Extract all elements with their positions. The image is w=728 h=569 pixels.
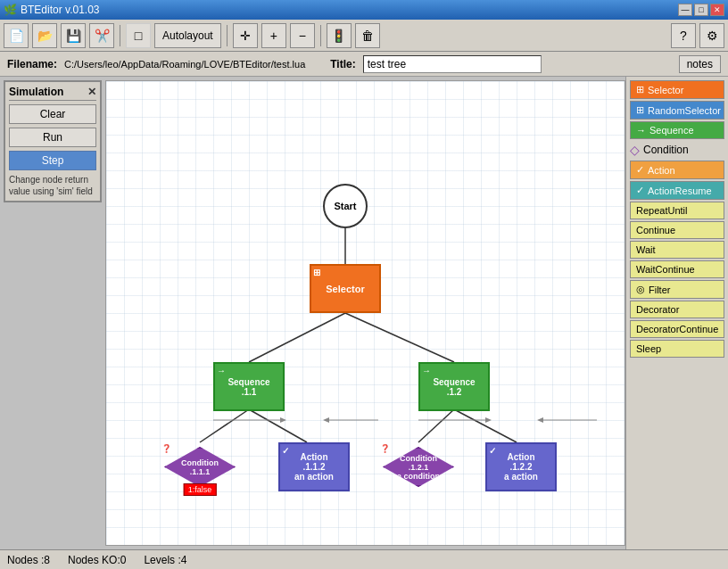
cut-button[interactable]: ✂️ xyxy=(89,23,114,48)
close-button[interactable]: ✕ xyxy=(710,4,724,16)
help-button[interactable]: ? xyxy=(671,23,696,48)
rp-action-icon: ✓ xyxy=(636,164,644,176)
move-button[interactable]: ✛ xyxy=(233,23,258,48)
clear-button[interactable]: Clear xyxy=(9,104,96,124)
rp-condition-icon: ◇ xyxy=(630,143,640,157)
rp-repeat-until[interactable]: RepeatUntil xyxy=(630,202,724,219)
settings-button[interactable]: ⚙ xyxy=(699,23,724,48)
rp-decoratorcontinue-label: DecoratorContinue xyxy=(636,324,718,334)
maximize-button[interactable]: □ xyxy=(694,4,708,16)
action-1-1-2-node[interactable]: ✓ Action .1.1.2 an action xyxy=(278,442,350,491)
rp-actionresume-icon: ✓ xyxy=(636,185,644,196)
rp-selector-label: Selector xyxy=(648,85,683,95)
action-1-2-2-node[interactable]: ✓ Action .1.2.2 a action xyxy=(485,442,557,491)
rp-rselector-label: RandomSelector xyxy=(648,105,721,116)
simulation-title: Simulation xyxy=(9,86,63,98)
rp-decorator-continue[interactable]: DecoratorContinue xyxy=(630,320,724,338)
save-button[interactable]: 💾 xyxy=(61,23,86,48)
action1-icon: ✓ xyxy=(282,446,289,456)
autolayout-button[interactable]: Autolayout xyxy=(154,23,221,48)
autolayout-checkbox[interactable]: □ xyxy=(126,23,151,48)
rp-sleep-label: Sleep xyxy=(636,343,661,354)
condition-1-2-1-diamond: Condition.1.2.1a condition xyxy=(383,447,454,487)
rp-random-selector[interactable]: ⊞ RandomSelector xyxy=(630,101,724,120)
title-label: Title: xyxy=(330,58,355,70)
run-button[interactable]: Run xyxy=(9,128,96,147)
svg-marker-10 xyxy=(323,417,329,423)
selector-node[interactable]: ⊞ Selector xyxy=(310,264,381,313)
titlebar-controls: — □ ✕ xyxy=(678,4,724,16)
nodes-ko-count: Nodes KO:0 xyxy=(68,554,126,566)
filebar: Filename: C:/Users/leo/AppData/Roaming/L… xyxy=(0,52,728,77)
nodes-count: Nodes :8 xyxy=(7,554,50,566)
notes-button[interactable]: notes xyxy=(679,55,721,73)
svg-line-4 xyxy=(249,409,307,442)
canvas-area[interactable]: Start ⊞ Selector → Sequence .1.1 → Seque… xyxy=(105,80,625,546)
right-panel: ⊞ Selector ⊞ RandomSelector → Sequence ◇… xyxy=(625,77,728,549)
start-node[interactable]: Start xyxy=(323,184,368,228)
rp-condition[interactable]: ◇ Condition xyxy=(630,141,724,159)
rp-sleep[interactable]: Sleep xyxy=(630,340,724,358)
condition-1-1-1-value: 1:false xyxy=(184,483,217,496)
rp-wait[interactable]: Wait xyxy=(630,241,724,259)
toolbar-sep-3 xyxy=(320,25,321,46)
rp-sequence-label: Sequence xyxy=(649,125,694,136)
rp-wait-label: Wait xyxy=(636,244,656,255)
step-button[interactable]: Step xyxy=(9,151,96,170)
rp-filter-icon: ◎ xyxy=(636,284,645,295)
titlebar-left: 🌿 BTEditor v.01.03 xyxy=(4,4,100,16)
rp-selector[interactable]: ⊞ Selector xyxy=(630,80,724,99)
rp-decorator-label: Decorator xyxy=(636,304,679,315)
autolayout-label: Autolayout xyxy=(162,29,213,42)
rp-continue-label: Continue xyxy=(636,225,675,235)
open-button[interactable]: 📂 xyxy=(32,23,57,48)
simulation-panel: Simulation ✕ Clear Run Step Change node … xyxy=(4,80,102,202)
title-input[interactable] xyxy=(363,55,542,73)
simulation-header: Simulation ✕ xyxy=(9,86,96,101)
svg-line-5 xyxy=(418,409,454,442)
filename-label: Filename: xyxy=(7,58,57,70)
toolbar-sep-1 xyxy=(120,25,120,46)
zoom-in-button[interactable]: + xyxy=(261,23,286,48)
main-area: Simulation ✕ Clear Run Step Change node … xyxy=(0,77,728,549)
zoom-out-button[interactable]: − xyxy=(290,23,315,48)
toolbar: 📄 📂 💾 ✂️ □ Autolayout ✛ + − 🚦 🗑 ? ⚙ xyxy=(0,20,728,52)
traffic-button[interactable]: 🚦 xyxy=(327,23,352,48)
new-button[interactable]: 📄 xyxy=(4,23,29,48)
svg-line-6 xyxy=(454,409,517,442)
rp-action-label: Action xyxy=(648,165,675,176)
rp-repeatuntil-label: RepeatUntil xyxy=(636,205,687,216)
rp-action[interactable]: ✓ Action xyxy=(630,161,724,179)
sequence-1-1-node[interactable]: → Sequence .1.1 xyxy=(213,362,285,411)
simulation-close-button[interactable]: ✕ xyxy=(87,86,96,98)
seq2-icon: → xyxy=(422,366,431,375)
statusbar: Nodes :8 Nodes KO:0 Levels :4 xyxy=(0,549,728,569)
delete-button[interactable]: 🗑 xyxy=(355,23,380,48)
rp-decorator[interactable]: Decorator xyxy=(630,301,724,318)
condition-1-2-1-wrapper[interactable]: ❓ Condition.1.2.1a condition xyxy=(378,442,459,496)
rp-selector-icon: ⊞ xyxy=(636,84,644,95)
toolbar-sep-2 xyxy=(227,25,228,46)
rp-action-resume[interactable]: ✓ ActionResume xyxy=(630,181,724,200)
filename-value: C:/Users/leo/AppData/Roaming/LOVE/BTEdit… xyxy=(64,59,305,70)
svg-marker-14 xyxy=(537,417,543,423)
rp-rselector-icon: ⊞ xyxy=(636,104,644,116)
cond2-icon: ❓ xyxy=(380,444,390,453)
cond1-icon: ❓ xyxy=(161,444,171,453)
rp-sequence-icon: → xyxy=(636,125,646,136)
minimize-button[interactable]: — xyxy=(678,4,692,16)
simulation-note: Change node return value using 'sim' fie… xyxy=(9,174,96,197)
action2-icon: ✓ xyxy=(489,446,496,456)
rp-continue[interactable]: Continue xyxy=(630,221,724,239)
rp-filter[interactable]: ◎ Filter xyxy=(630,280,724,299)
condition-1-1-1-wrapper[interactable]: ❓ Condition.1.1.1 1:false xyxy=(160,442,240,496)
rp-actionresume-label: ActionResume xyxy=(648,186,712,196)
sequence-1-2-node[interactable]: → Sequence .1.2 xyxy=(418,362,490,411)
svg-line-1 xyxy=(249,313,345,362)
rp-condition-label: Condition xyxy=(643,144,689,156)
seq1-icon: → xyxy=(217,366,226,375)
titlebar: 🌿 BTEditor v.01.03 — □ ✕ xyxy=(0,0,728,20)
rp-wait-continue[interactable]: WaitContinue xyxy=(630,260,724,278)
rp-sequence[interactable]: → Sequence xyxy=(630,121,724,139)
svg-line-3 xyxy=(200,409,249,442)
